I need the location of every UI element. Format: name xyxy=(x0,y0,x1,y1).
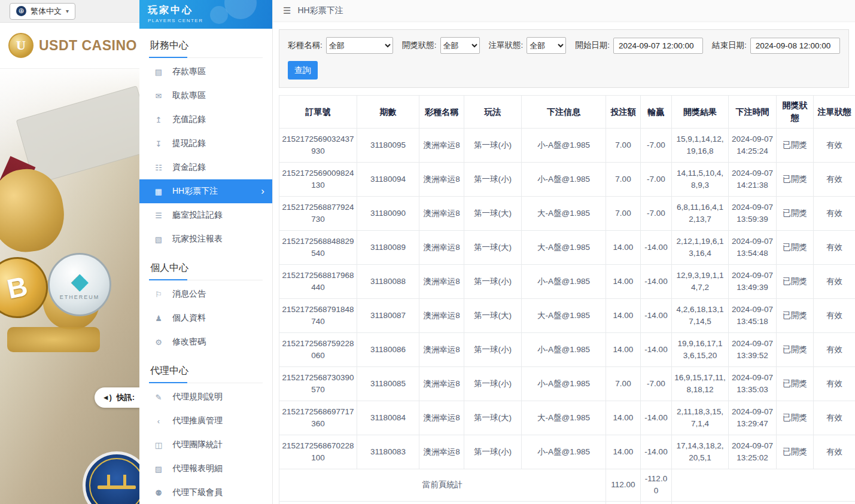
cell-lottery: 澳洲幸运8 xyxy=(419,197,464,231)
cell-draw-status: 已開獎 xyxy=(777,401,814,435)
deposit-icon: ▤ xyxy=(154,68,163,77)
col-header-draw-status: 開獎狀態 xyxy=(777,96,814,129)
ethereum-coin-icon: ◆ ETHEREUM xyxy=(48,253,111,316)
sidebar-item-deposit[interactable]: ▤ 存款專區 xyxy=(139,60,272,84)
cell-amount: 14.00 xyxy=(606,435,641,469)
sidebar-item-agent-members[interactable]: ⚉ 代理下級會員 xyxy=(139,481,272,504)
section-title-finance: 財務中心 xyxy=(149,33,263,58)
draw-status-select[interactable]: 全部 xyxy=(440,37,480,54)
sidebar-item-agent-team-stats[interactable]: ◫ 代理團隊統計 xyxy=(139,433,272,457)
cell-lottery: 澳洲幸运8 xyxy=(419,401,464,435)
col-header-amount: 投注額 xyxy=(606,96,641,129)
caret-down-icon: ▾ xyxy=(66,8,69,14)
cell-winloss: -14.00 xyxy=(641,231,672,265)
sidebar-item-withdraw-record[interactable]: ↧ 提現記錄 xyxy=(139,132,272,155)
sidebar-item-room-bet-record[interactable]: ☰ 廳室投註記錄 xyxy=(139,203,272,227)
sidebar-item-announcements[interactable]: ⚐ 消息公告 xyxy=(139,282,272,306)
cell-lottery: 澳洲幸运8 xyxy=(419,367,464,401)
lottery-name-select[interactable]: 全部 xyxy=(326,37,393,54)
menu-toggle-icon[interactable]: ☰ xyxy=(283,5,291,16)
order-status-label: 注單狀態: xyxy=(489,40,524,51)
cell-draw-status: 已開獎 xyxy=(777,129,814,163)
sidebar-item-withdraw[interactable]: ✉ 取款專區 xyxy=(139,84,272,108)
sidebar-item-label: HH彩票下注 xyxy=(172,186,218,197)
cell-lottery: 澳洲幸运8 xyxy=(419,265,464,299)
decor-money-bag xyxy=(0,164,69,256)
col-header-winloss: 輸贏 xyxy=(641,96,672,129)
sidebar-item-player-report[interactable]: ▧ 玩家投注報表 xyxy=(139,227,272,251)
cell-play: 第一球(小) xyxy=(464,435,522,469)
gear-icon: ⚙ xyxy=(154,338,163,347)
filter-panel: 彩種名稱: 全部 開獎狀態: 全部 注單狀態: 全部 xyxy=(279,29,849,88)
sidebar-item-profile[interactable]: ♟ 個人資料 xyxy=(139,306,272,330)
cell-result: 15,9,1,14,12,19,16,8 xyxy=(672,129,729,163)
sidebar-item-label: 消息公告 xyxy=(172,289,206,300)
cell-lottery: 澳洲幸运8 xyxy=(419,231,464,265)
cell-lottery: 澳洲幸运8 xyxy=(419,163,464,197)
cell-order-id: 2152172568848829540 xyxy=(279,231,357,265)
col-header-order-id: 訂單號 xyxy=(279,96,357,129)
cell-amount: 7.00 xyxy=(606,129,641,163)
sidebar-item-label: 充值記錄 xyxy=(172,114,206,125)
order-status-select[interactable]: 全部 xyxy=(527,37,566,54)
col-header-play: 玩法 xyxy=(464,96,522,129)
news-label: 快訊: xyxy=(117,392,135,403)
end-date-input[interactable] xyxy=(750,38,840,54)
sidebar-item-agent-promotion[interactable]: ‹ 代理推廣管理 xyxy=(139,409,272,433)
report-icon: ▧ xyxy=(154,235,163,244)
filter-start-date: 開始日期: xyxy=(575,38,703,54)
cell-amount: 7.00 xyxy=(606,367,641,401)
sidebar-item-agent-rules[interactable]: ✎ 代理規則說明 xyxy=(139,385,272,409)
cell-order-id: 2152172568730390570 xyxy=(279,367,357,401)
table-body: 2152172569032437930 31180095 澳洲幸运8 第一球(小… xyxy=(279,129,855,469)
recharge-record-icon: ↥ xyxy=(154,115,163,124)
table-row: 2152172569032437930 31180095 澳洲幸运8 第一球(小… xyxy=(279,129,855,163)
main-content: ☰ HH彩票下注 彩種名稱: 全部 開獎狀態: 全部 注單狀態: xyxy=(273,0,855,504)
cell-period: 31180094 xyxy=(357,163,419,197)
withdraw-icon: ✉ xyxy=(154,91,163,100)
cell-lottery: 澳洲幸运8 xyxy=(419,299,464,333)
end-date-label: 結束日期: xyxy=(712,40,747,51)
cell-play: 第一球(小) xyxy=(464,367,522,401)
grand-total-empty xyxy=(672,501,855,504)
col-header-bet-info: 下注信息 xyxy=(522,96,606,129)
query-button[interactable]: 查詢 xyxy=(288,61,318,80)
sidebar-item-label: 代理規則說明 xyxy=(172,392,223,402)
sidebar-item-agent-report-detail[interactable]: ▨ 代理報表明細 xyxy=(139,457,272,481)
cell-period: 31180088 xyxy=(357,265,419,299)
language-selector[interactable]: ⊕ 繁体中文 ▾ xyxy=(10,3,75,20)
detail-report-icon: ▨ xyxy=(154,465,163,474)
withdraw-record-icon: ↧ xyxy=(154,139,163,148)
members-icon: ⚉ xyxy=(154,488,163,497)
cell-period: 31180095 xyxy=(357,129,419,163)
sidebar-item-funds-record[interactable]: ☷ 資金記錄 xyxy=(139,155,272,179)
promo-photo: B ◆ ETHEREUM xyxy=(0,69,139,504)
cell-order-status: 有效 xyxy=(814,265,855,299)
grand-total-row: 總統計 301.00 -203.72 xyxy=(279,501,855,504)
bridge-icon xyxy=(98,485,136,489)
draw-status-label: 開獎狀態: xyxy=(402,40,437,51)
cell-winloss: -14.00 xyxy=(641,299,672,333)
sidebar-item-label: 代理團隊統計 xyxy=(172,439,223,450)
sidebar-item-recharge-record[interactable]: ↥ 充值記錄 xyxy=(139,108,272,132)
cell-amount: 14.00 xyxy=(606,265,641,299)
cell-play: 第一球(小) xyxy=(464,129,522,163)
filter-lottery-name: 彩種名稱: 全部 xyxy=(288,37,393,54)
cell-order-status: 有效 xyxy=(814,367,855,401)
page-total-empty xyxy=(672,469,855,502)
start-date-input[interactable] xyxy=(613,38,703,54)
cell-order-status: 有效 xyxy=(814,129,855,163)
sidebar-item-change-password[interactable]: ⚙ 修改密碼 xyxy=(139,330,272,354)
cell-time: 2024-09-07 13:29:47 xyxy=(729,401,777,435)
lottery-ticket-icon: ▦ xyxy=(154,187,163,196)
cell-amount: 7.00 xyxy=(606,197,641,231)
col-header-result: 開獎結果 xyxy=(672,96,729,129)
cell-result: 14,11,5,10,4,8,9,3 xyxy=(672,163,729,197)
cell-winloss: -7.00 xyxy=(641,163,672,197)
table-row: 2152172568759228060 31180086 澳洲幸运8 第一球(小… xyxy=(279,333,855,367)
sidebar: 玩家中心 PLAYERS CENTER 財務中心 ▤ 存款專區 ✉ 取款專區 ↥… xyxy=(139,0,273,504)
table-row: 2152172568848829540 31180089 澳洲幸运8 第一球(大… xyxy=(279,231,855,265)
sidebar-item-lottery-bet[interactable]: ▦ HH彩票下注 › xyxy=(139,179,272,203)
cell-time: 2024-09-07 13:25:02 xyxy=(729,435,777,469)
cell-play: 第一球(小) xyxy=(464,163,522,197)
